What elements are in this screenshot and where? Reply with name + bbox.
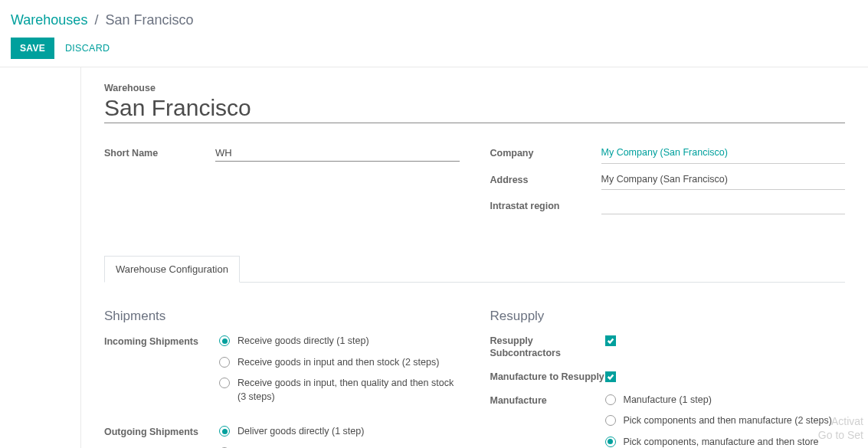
radio-label: Manufacture (1 step) (624, 394, 712, 407)
radio-icon (219, 378, 230, 388)
radio-label: Pick components and then manufacture (2 … (624, 414, 832, 428)
radio-label: Receive goods in input and then stock (2… (237, 356, 439, 370)
radio-icon (219, 426, 230, 437)
radio-label: Receive goods directly (1 step) (237, 335, 369, 348)
incoming-shipments-options: Receive goods directly (1 step)Receive g… (219, 335, 460, 411)
warehouse-label: Warehouse (104, 83, 845, 93)
radio-icon (219, 335, 230, 346)
short-name-input[interactable] (215, 145, 460, 162)
radio-icon (219, 357, 230, 368)
radio-label: Deliver goods directly (1 step) (237, 425, 364, 439)
breadcrumb-separator: / (94, 12, 98, 28)
incoming-shipments-label: Incoming Shipments (104, 335, 219, 410)
manufacture-resupply-checkbox[interactable] (605, 371, 616, 382)
radio-option[interactable]: Receive goods in input, then quality and… (219, 377, 460, 404)
breadcrumb-parent[interactable]: Warehouses (11, 12, 87, 28)
address-value: My Company (San Francisco) (601, 172, 846, 187)
radio-option[interactable]: Deliver goods directly (1 step) (219, 425, 460, 439)
breadcrumb: Warehouses / San Francisco (11, 12, 857, 28)
company-link[interactable]: My Company (San Francisco) (601, 145, 846, 161)
save-button[interactable]: SAVE (11, 38, 54, 59)
manufacture-options: Manufacture (1 step)Pick components and … (605, 394, 846, 448)
discard-button[interactable]: DISCARD (65, 43, 110, 54)
radio-option[interactable]: Pick components and then manufacture (2 … (605, 414, 846, 428)
resupply-title: Resupply (490, 309, 846, 324)
warehouse-name-input[interactable] (104, 95, 845, 123)
outgoing-shipments-label: Outgoing Shipments (104, 425, 219, 448)
form-sheet: Warehouse Short Name Company My Company … (80, 67, 868, 448)
manufacture-label: Manufacture (490, 394, 605, 448)
radio-option[interactable]: Manufacture (1 step) (605, 394, 846, 407)
tab-warehouse-config[interactable]: Warehouse Configuration (104, 256, 240, 283)
tabs: Warehouse Configuration (104, 256, 845, 283)
intrastat-label: Intrastat region (490, 198, 601, 211)
action-bar: SAVE DISCARD (11, 38, 857, 59)
header-bar: Warehouses / San Francisco SAVE DISCARD (0, 0, 868, 67)
intrastat-value[interactable] (601, 198, 846, 202)
radio-icon (605, 394, 616, 405)
radio-option[interactable]: Receive goods directly (1 step) (219, 335, 460, 348)
resupply-subcontractors-label: Resupply Subcontractors (490, 335, 605, 360)
short-name-label: Short Name (104, 145, 215, 159)
shipments-title: Shipments (104, 309, 460, 324)
radio-icon (605, 415, 616, 426)
check-icon (607, 337, 614, 345)
manufacture-resupply-label: Manufacture to Resupply (490, 371, 605, 383)
outgoing-shipments-options: Deliver goods directly (1 step)Send good… (219, 425, 460, 448)
radio-option[interactable]: Pick components, manufacture and then st… (605, 436, 846, 448)
check-icon (607, 373, 614, 381)
radio-icon (605, 437, 616, 447)
address-label: Address (490, 172, 601, 185)
radio-label: Receive goods in input, then quality and… (237, 377, 460, 404)
resupply-subcontractors-checkbox[interactable] (605, 335, 616, 346)
radio-label: Pick components, manufacture and then st… (624, 436, 846, 448)
radio-option[interactable]: Receive goods in input and then stock (2… (219, 356, 460, 370)
breadcrumb-current: San Francisco (105, 12, 193, 28)
company-label: Company (490, 145, 601, 159)
